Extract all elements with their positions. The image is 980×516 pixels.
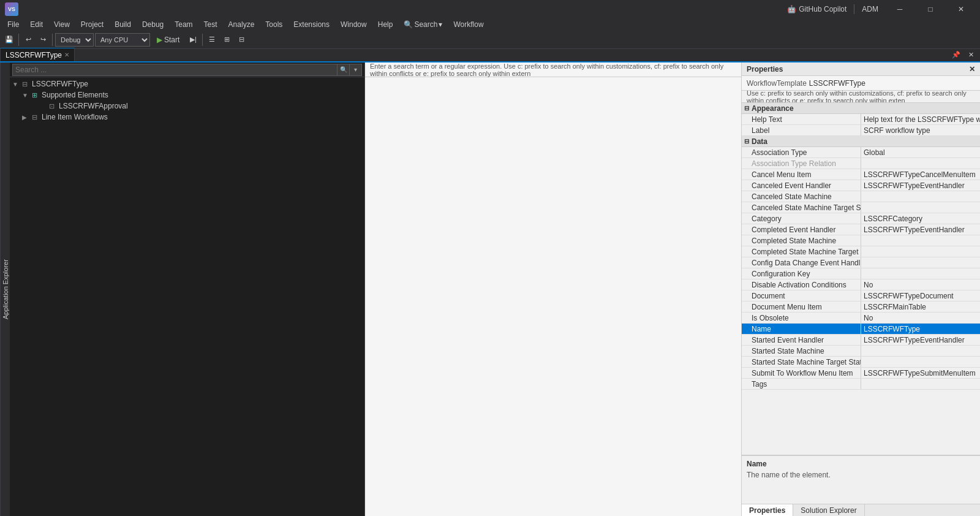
prop-name-name: Name [742, 324, 861, 334]
prop-name-canceled-sm: Canceled State Machine [742, 191, 861, 202]
prop-name-started-sm: Started State Machine [742, 346, 861, 356]
prop-row-assoc-type-rel[interactable]: Association Type Relation [742, 158, 980, 169]
prop-value-cancel-menu: LSSCRFWFTypeCancelMenuItem [861, 169, 980, 180]
tab-lsscrf[interactable]: LSSCRFWFType ✕ [0, 48, 75, 61]
desc-text: The name of the element. [747, 471, 975, 479]
prop-row-started-handler[interactable]: Started Event Handler LSSCRFWFTypeEventH… [742, 335, 980, 346]
prop-value-helptext: Help text for the LSSCRFWFType workflo [861, 114, 980, 124]
tab-close-icon[interactable]: ✕ [64, 51, 69, 58]
copilot-label: GitHub Copilot [799, 5, 846, 13]
tree-label-approval: LSSCRFWFApproval [59, 102, 128, 110]
prop-value-category: LSSCRFCategory [861, 213, 980, 224]
toolbar-sep-1 [18, 34, 19, 46]
menu-help[interactable]: Help [373, 18, 398, 31]
menu-team[interactable]: Team [170, 18, 197, 31]
tab-properties[interactable]: Properties [742, 504, 793, 517]
vs-logo: VS [5, 2, 18, 16]
save-all-button[interactable]: 💾 [2, 33, 16, 47]
undo-button[interactable]: ↩ [21, 33, 35, 47]
tree-search-chevron[interactable]: ▾ [350, 64, 362, 76]
menu-workflow[interactable]: Workflow [448, 18, 488, 31]
toolbar-btn-3[interactable]: ⊟ [235, 33, 248, 47]
menu-search[interactable]: 🔍 Search ▾ [399, 18, 447, 31]
pin-tab-button[interactable]: 📌 [949, 48, 963, 61]
section-data[interactable]: ⊟ Data [742, 136, 980, 147]
prop-row-canceled-handler[interactable]: Canceled Event Handler LSSCRFWFTypeEvent… [742, 180, 980, 191]
prop-row-helptext[interactable]: Help Text Help text for the LSSCRFWFType… [742, 114, 980, 125]
menu-edit[interactable]: Edit [25, 18, 48, 31]
tree-arrow-line-items: ▶ [22, 114, 29, 121]
menu-view[interactable]: View [49, 18, 75, 31]
prop-row-disable-activation[interactable]: Disable Activation Conditions No [742, 279, 980, 290]
prop-value-canceled-sm [861, 191, 980, 202]
prop-row-label[interactable]: Label SCRF workflow type [742, 125, 980, 136]
tab-solution-explorer[interactable]: Solution Explorer [793, 504, 864, 517]
prop-row-canceled-sm[interactable]: Canceled State Machine [742, 191, 980, 202]
tree-search-icon[interactable]: 🔍 [337, 64, 350, 76]
prop-value-started-sm-target [861, 357, 980, 367]
prop-name-canceled-handler: Canceled Event Handler [742, 180, 861, 191]
prop-row-name[interactable]: Name LSSCRFWFType [742, 324, 980, 335]
props-hint-bar: Use c: prefix to search only within cust… [742, 91, 980, 103]
prop-row-started-sm[interactable]: Started State Machine [742, 346, 980, 357]
menu-tools[interactable]: Tools [260, 18, 287, 31]
prop-name-document: Document [742, 290, 861, 301]
approval-icon: ⊡ [47, 101, 56, 111]
menu-window[interactable]: Window [336, 18, 372, 31]
platform-dropdown[interactable]: Any CPU [95, 33, 150, 47]
props-header: Properties ✕ [742, 63, 980, 76]
debug-mode-dropdown[interactable]: Debug [55, 33, 94, 47]
props-close-icon[interactable]: ✕ [969, 65, 975, 74]
prop-row-document-menu[interactable]: Document Menu Item LSSCRFMainTable [742, 302, 980, 313]
start-button[interactable]: ▶ Start [151, 33, 185, 47]
prop-row-config-key[interactable]: Configuration Key [742, 268, 980, 279]
prop-value-canceled-sm-target [861, 202, 980, 213]
menu-extensions[interactable]: Extensions [288, 18, 334, 31]
close-button[interactable]: ✕ [947, 0, 975, 18]
menu-debug[interactable]: Debug [137, 18, 168, 31]
search-input[interactable] [12, 64, 337, 76]
menu-project[interactable]: Project [76, 18, 108, 31]
prop-row-config-data[interactable]: Config Data Change Event Handler [742, 257, 980, 268]
maximize-button[interactable]: □ [916, 0, 944, 18]
prop-row-is-obsolete[interactable]: Is Obsolete No [742, 313, 980, 324]
prop-value-config-key [861, 268, 980, 279]
menu-analyze[interactable]: Analyze [224, 18, 260, 31]
tree-area: ▼ ⊟ LSSCRFWFType ▼ ⊞ Supported Elements … [10, 77, 364, 516]
tree-item-line-items[interactable]: ▶ ⊟ Line Item Workflows [10, 112, 364, 123]
prop-row-cancel-menu[interactable]: Cancel Menu Item LSSCRFWFTypeCancelMenuI… [742, 169, 980, 180]
menu-test[interactable]: Test [199, 18, 222, 31]
prop-row-started-sm-target[interactable]: Started State Machine Target State [742, 357, 980, 368]
prop-row-canceled-sm-target[interactable]: Canceled State Machine Target Stat [742, 202, 980, 213]
application-explorer-strip[interactable]: Application Explorer [0, 63, 10, 516]
prop-row-completed-handler[interactable]: Completed Event Handler LSSCRFWFTypeEven… [742, 224, 980, 235]
prop-name-tags: Tags [742, 379, 861, 389]
menu-file[interactable]: File [2, 18, 24, 31]
prop-value-is-obsolete: No [861, 313, 980, 323]
prop-value-label: SCRF workflow type [861, 125, 980, 135]
prop-row-completed-sm[interactable]: Completed State Machine [742, 235, 980, 246]
prop-row-category[interactable]: Category LSSCRFCategory [742, 213, 980, 224]
prop-row-tags[interactable]: Tags [742, 379, 980, 390]
tree-item-supported-elements[interactable]: ▼ ⊞ Supported Elements [10, 89, 364, 101]
toolbar-btn-1[interactable]: ☰ [205, 33, 219, 47]
prop-row-document[interactable]: Document LSSCRFWFTypeDocument [742, 290, 980, 302]
prop-row-assoc-type[interactable]: Association Type Global [742, 147, 980, 158]
wt-name: LSSCRFWFType [809, 79, 865, 88]
prop-value-canceled-handler: LSSCRFWFTypeEventHandler [861, 180, 980, 191]
toolbar-btn-2[interactable]: ⊞ [220, 33, 233, 47]
props-table: ⊟ Appearance Help Text Help text for the… [742, 103, 980, 455]
prop-row-completed-sm-target[interactable]: Completed State Machine Target St [742, 246, 980, 257]
redo-button[interactable]: ↪ [36, 33, 50, 47]
prop-value-disable-activation: No [861, 279, 980, 290]
close-tab-button[interactable]: ✕ [964, 48, 978, 61]
minimize-button[interactable]: ─ [886, 0, 914, 18]
menu-build[interactable]: Build [110, 18, 136, 31]
section-appearance[interactable]: ⊟ Appearance [742, 103, 980, 114]
tree-item-root[interactable]: ▼ ⊟ LSSCRFWFType [10, 78, 364, 89]
prop-value-completed-sm-target [861, 246, 980, 257]
tree-item-approval[interactable]: ▶ ⊡ LSSCRFWFApproval [10, 101, 364, 112]
step-button[interactable]: ▶| [186, 33, 200, 47]
prop-row-submit-menu[interactable]: Submit To Workflow Menu Item LSSCRFWFTyp… [742, 368, 980, 379]
tree-label-supported: Supported Elements [42, 91, 108, 99]
